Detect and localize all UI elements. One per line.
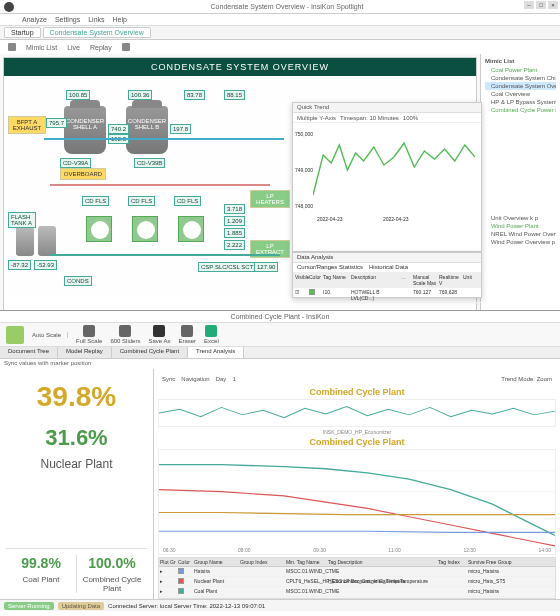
- window-controls: – □ ×: [524, 1, 558, 9]
- value-box[interactable]: -52.93: [34, 260, 57, 270]
- trend-mode: Trend Mode: Zoom: [501, 376, 552, 382]
- value-box[interactable]: 100.85: [66, 90, 90, 100]
- legend-row[interactable]: ▸Nuclear PlantCPLT6_HeSEL_HP_Economizer_…: [159, 577, 555, 587]
- label-box: CD FLS: [174, 196, 201, 206]
- toolbar: Mimic List Live Replay: [0, 40, 560, 54]
- label-box: CD-V39B: [134, 158, 165, 168]
- server-detail: Connected Server: local Server Time: 202…: [108, 603, 265, 609]
- flash-tank-b[interactable]: [38, 226, 56, 256]
- app-logo-icon: [4, 2, 14, 12]
- autoscale-label[interactable]: Auto Scale: [32, 332, 61, 338]
- kpi-coal-value: 99.8%: [6, 555, 76, 571]
- tree-item[interactable]: Condensate System Chip-Purp: [485, 74, 556, 82]
- flash-label: FLASH TANK A: [8, 212, 36, 228]
- value-box[interactable]: 83.78: [184, 90, 205, 100]
- bfpt-a-exhaust-box[interactable]: BFPT A EXHAUST: [8, 116, 46, 134]
- value-box[interactable]: 197.8: [170, 124, 191, 134]
- home-icon[interactable]: [8, 43, 16, 51]
- tree-item[interactable]: Unit Overview k p: [485, 214, 556, 222]
- tree-folder[interactable]: Combined Cycle Power Plant: [485, 106, 556, 114]
- sync-button[interactable]: Sync: [162, 376, 175, 382]
- condenser-shell-a[interactable]: CONDENSER SHELL A: [64, 106, 106, 154]
- pump-b[interactable]: [132, 216, 158, 242]
- lower-tabs: Document Tree Model Replay Combined Cycl…: [0, 347, 560, 359]
- value-box[interactable]: 88.15: [224, 90, 245, 100]
- kpi-panel: 39.8% 31.6% Nuclear Plant 99.8% Coal Pla…: [0, 369, 154, 599]
- value-box[interactable]: 3.718: [224, 204, 245, 214]
- minimize-button[interactable]: –: [524, 1, 534, 9]
- fullscale-button[interactable]: Full Scale: [76, 325, 102, 344]
- trend-title-1: Combined Cycle Plant: [158, 387, 556, 397]
- nav-button[interactable]: Navigation: [181, 376, 209, 382]
- menu-analyze[interactable]: Analyze: [22, 16, 47, 23]
- value-box[interactable]: 1.885: [224, 228, 245, 238]
- pump-c[interactable]: [178, 216, 204, 242]
- tree-item[interactable]: Wind Power Overview p: [485, 238, 556, 246]
- window-title: Condensate System Overview - InsiKon Spo…: [18, 3, 556, 10]
- timespan-select[interactable]: Timespan: 10 Minutes: [340, 115, 399, 121]
- trend-chart-1[interactable]: [158, 399, 556, 427]
- mimic-list-button[interactable]: Mimic List: [26, 44, 57, 51]
- tab-condensate[interactable]: Condensate System Overview: [43, 27, 151, 38]
- value-box[interactable]: 740.2: [108, 124, 129, 134]
- page-num[interactable]: 1: [232, 376, 235, 382]
- overboard-box[interactable]: OVERBOARD: [60, 168, 106, 180]
- quick-trend-window: Quick Trend Multiple Y-Axis Timespan: 10…: [292, 102, 482, 252]
- window-titlebar: Condensate System Overview - InsiKon Spo…: [0, 0, 560, 14]
- menu-help[interactable]: Help: [113, 16, 127, 23]
- conds-label: CONDS: [64, 276, 92, 286]
- zoom-level[interactable]: 100%: [403, 115, 418, 121]
- quick-trend-chart[interactable]: 750,000 749,000 748,000 2022-04-23 2022-…: [293, 123, 481, 223]
- legend-row[interactable]: ▸Combined Cycle PlantMSCC.01.HP_Economiz…: [159, 597, 555, 599]
- da-tab-hist[interactable]: Historical Data: [369, 264, 408, 271]
- quick-trend-toolbar: Multiple Y-Axis Timespan: 10 Minutes 100…: [293, 113, 481, 123]
- label-box: CD-V39A: [60, 158, 91, 168]
- quick-trend-title[interactable]: Quick Trend: [293, 103, 481, 113]
- sliders-button[interactable]: 600 Sliders: [110, 325, 140, 344]
- label-box: CD FLS: [82, 196, 109, 206]
- tab-doctree[interactable]: Document Tree: [0, 347, 58, 358]
- value-box[interactable]: -87.32: [8, 260, 31, 270]
- trend-chart-2[interactable]: 06:3008:0009:3011:0012:3014:00: [158, 449, 556, 555]
- condenser-shell-b[interactable]: CONDENSER SHELL B: [126, 106, 168, 154]
- table-row[interactable]: ☑I10.HOTWELL B LVL(CD...)760.127769,628: [293, 288, 481, 303]
- saveas-button[interactable]: Save As: [148, 325, 170, 344]
- menu-links[interactable]: Links: [88, 16, 104, 23]
- tab-trend[interactable]: Trend Analysis: [188, 347, 244, 358]
- tab-replay[interactable]: Model Replay: [58, 347, 112, 358]
- tab-combined[interactable]: Combined Cycle Plant: [112, 347, 188, 358]
- yaxis-mode[interactable]: Multiple Y-Axis: [297, 115, 336, 121]
- day-button[interactable]: Day: [216, 376, 227, 382]
- tree-item[interactable]: HP & LP Bypass System Overview p: [485, 98, 556, 106]
- maximize-button[interactable]: □: [536, 1, 546, 9]
- value-box[interactable]: 127.90: [254, 262, 278, 272]
- data-analysis-title[interactable]: Data Analysis: [293, 253, 481, 263]
- tree-item[interactable]: NREL Wind Power Overview p: [485, 230, 556, 238]
- close-button[interactable]: ×: [548, 1, 558, 9]
- tree-folder[interactable]: Coal Power Plant: [485, 66, 556, 74]
- value-box[interactable]: 100.36: [128, 90, 152, 100]
- value-box[interactable]: 1.209: [224, 216, 245, 226]
- tab-startup[interactable]: Startup: [4, 27, 41, 38]
- replay-button[interactable]: Replay: [90, 44, 112, 51]
- lower-status-bar: Server Running Updating Data Connected S…: [0, 599, 560, 611]
- flash-tank-a[interactable]: [16, 226, 34, 256]
- pump-a[interactable]: [86, 216, 112, 242]
- tree-folder[interactable]: Wind Power Plant: [485, 222, 556, 230]
- eraser-button[interactable]: Eraser: [178, 325, 196, 344]
- legend-row[interactable]: ▸HatsiraMSCC.01.WIND_CTMEmicro_Hatsira: [159, 567, 555, 577]
- gear-icon[interactable]: [122, 43, 130, 51]
- legend-row[interactable]: ▸Coal PlantMSCC.01.WIND_CTMEmicro_Hatsir…: [159, 587, 555, 597]
- menu-settings[interactable]: Settings: [55, 16, 80, 23]
- kpi-cc-label: Combined Cycle Plant: [77, 575, 147, 593]
- value-box[interactable]: 795.7: [46, 118, 67, 128]
- kpi-nuclear-value: 31.6%: [6, 425, 147, 451]
- da-tab-cursor[interactable]: Cursor/Ranges Statistics: [297, 264, 363, 271]
- live-button[interactable]: Live: [67, 44, 80, 51]
- value-box[interactable]: 2.222: [224, 240, 245, 250]
- csp-label: CSP SLC/CSL SCT: [198, 262, 256, 272]
- tree-item[interactable]: Coal Overview: [485, 90, 556, 98]
- lp-heaters-box[interactable]: LP HEATERS: [250, 190, 290, 208]
- tree-item-selected[interactable]: Condensate System Overview p: [485, 82, 556, 90]
- excel-button[interactable]: Excel: [204, 325, 219, 344]
